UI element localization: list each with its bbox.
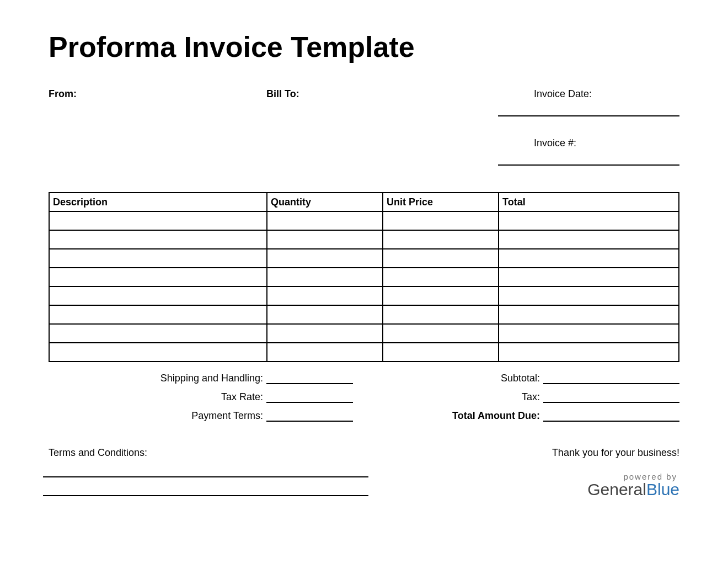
table-cell[interactable] <box>49 230 267 249</box>
line-items-table: Description Quantity Unit Price Total <box>49 192 679 362</box>
brand-blue: Blue <box>646 480 679 498</box>
table-row <box>49 286 679 305</box>
table-cell[interactable] <box>499 268 679 286</box>
table-cell[interactable] <box>383 211 499 230</box>
table-cell[interactable] <box>499 211 679 230</box>
table-cell[interactable] <box>267 211 383 230</box>
shipping-handling-label: Shipping and Handling: <box>49 373 266 384</box>
subtotal-field[interactable] <box>543 365 679 384</box>
table-row <box>49 324 679 343</box>
col-header-unit-price: Unit Price <box>383 193 499 211</box>
table-cell[interactable] <box>49 305 267 324</box>
brand-logo: GeneralBlue <box>536 480 679 499</box>
total-amount-due-field[interactable] <box>543 403 679 422</box>
tax-rate-label: Tax Rate: <box>49 391 266 403</box>
from-label: From: <box>49 88 77 99</box>
table-row <box>49 268 679 286</box>
table-cell[interactable] <box>499 230 679 249</box>
col-header-quantity: Quantity <box>267 193 383 211</box>
table-cell[interactable] <box>267 343 383 362</box>
invoice-date-field[interactable] <box>498 115 679 116</box>
brand-general: General <box>587 480 646 498</box>
tax-label: Tax: <box>364 391 543 403</box>
table-cell[interactable] <box>267 268 383 286</box>
tax-rate-field[interactable] <box>266 384 353 403</box>
table-cell[interactable] <box>267 230 383 249</box>
table-cell[interactable] <box>49 211 267 230</box>
table-cell[interactable] <box>499 343 679 362</box>
table-cell[interactable] <box>49 286 267 305</box>
document-title: Proforma Invoice Template <box>49 30 679 63</box>
terms-conditions-label: Terms and Conditions: <box>49 447 536 459</box>
terms-line-1[interactable] <box>43 459 368 477</box>
header-section: From: Bill To: Invoice Date: Invoice #: <box>49 88 679 187</box>
table-cell[interactable] <box>49 343 267 362</box>
table-cell[interactable] <box>499 249 679 268</box>
col-header-total: Total <box>499 193 679 211</box>
table-row <box>49 249 679 268</box>
table-cell[interactable] <box>267 305 383 324</box>
table-cell[interactable] <box>383 286 499 305</box>
table-cell[interactable] <box>383 268 499 286</box>
table-cell[interactable] <box>383 305 499 324</box>
table-cell[interactable] <box>49 324 267 343</box>
tax-field[interactable] <box>543 384 679 403</box>
payment-terms-label: Payment Terms: <box>49 410 266 422</box>
footer-section: Terms and Conditions: Thank you for your… <box>49 447 679 499</box>
table-cell[interactable] <box>267 324 383 343</box>
thank-you-text: Thank you for your business! <box>536 447 679 459</box>
table-cell[interactable] <box>383 249 499 268</box>
bill-to-label: Bill To: <box>266 88 299 99</box>
payment-terms-field[interactable] <box>266 403 353 422</box>
table-row <box>49 343 679 362</box>
table-cell[interactable] <box>383 343 499 362</box>
table-cell[interactable] <box>499 305 679 324</box>
col-header-description: Description <box>49 193 267 211</box>
table-row <box>49 230 679 249</box>
table-cell[interactable] <box>383 230 499 249</box>
summary-section: Shipping and Handling: Tax Rate: Payment… <box>49 365 679 422</box>
table-cell[interactable] <box>49 249 267 268</box>
subtotal-label: Subtotal: <box>364 373 543 384</box>
table-cell[interactable] <box>267 286 383 305</box>
total-amount-due-label: Total Amount Due: <box>364 410 543 422</box>
shipping-handling-field[interactable] <box>266 365 353 384</box>
invoice-date-label: Invoice Date: <box>504 88 679 100</box>
table-cell[interactable] <box>499 286 679 305</box>
table-row <box>49 211 679 230</box>
table-cell[interactable] <box>383 324 499 343</box>
table-row <box>49 305 679 324</box>
invoice-number-label: Invoice #: <box>504 137 679 149</box>
invoice-number-field[interactable] <box>498 164 679 166</box>
terms-line-2[interactable] <box>43 477 368 496</box>
table-cell[interactable] <box>49 268 267 286</box>
table-cell[interactable] <box>499 324 679 343</box>
table-cell[interactable] <box>267 249 383 268</box>
